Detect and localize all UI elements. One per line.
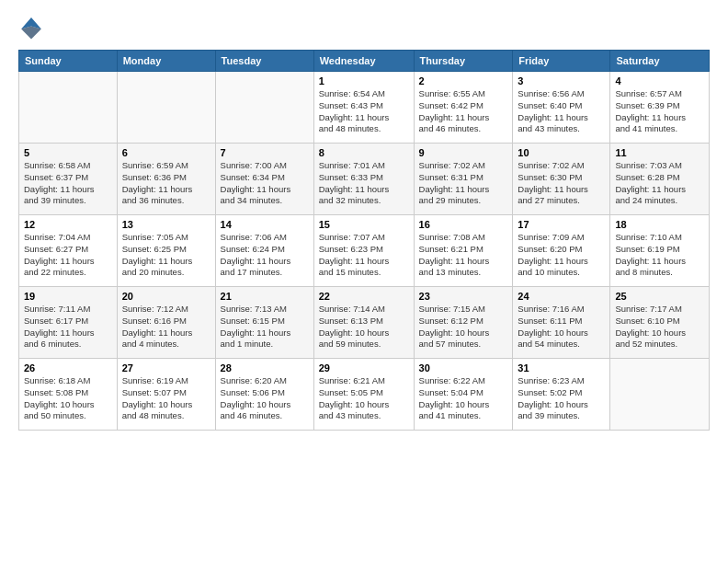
- day-number: 16: [419, 219, 508, 230]
- calendar-cell: 16Sunrise: 7:08 AM Sunset: 6:21 PM Dayli…: [414, 215, 513, 287]
- calendar-cell: 14Sunrise: 7:06 AM Sunset: 6:24 PM Dayli…: [215, 215, 313, 287]
- weekday-header-wednesday: Wednesday: [313, 51, 414, 72]
- day-number: 6: [122, 147, 210, 158]
- day-number: 24: [518, 291, 605, 302]
- calendar-cell: 21Sunrise: 7:13 AM Sunset: 6:15 PM Dayli…: [215, 287, 313, 359]
- day-detail: Sunrise: 7:16 AM Sunset: 6:11 PM Dayligh…: [518, 304, 605, 350]
- calendar-week-3: 12Sunrise: 7:04 AM Sunset: 6:27 PM Dayli…: [19, 215, 710, 287]
- day-number: 3: [518, 75, 605, 86]
- calendar-table: SundayMondayTuesdayWednesdayThursdayFrid…: [18, 50, 710, 431]
- day-number: 27: [122, 362, 210, 373]
- calendar-cell: 5Sunrise: 6:58 AM Sunset: 6:37 PM Daylig…: [19, 144, 118, 215]
- calendar-cell: 11Sunrise: 7:03 AM Sunset: 6:28 PM Dayli…: [610, 144, 710, 215]
- calendar-cell: [19, 72, 118, 144]
- day-detail: Sunrise: 7:08 AM Sunset: 6:21 PM Dayligh…: [419, 232, 508, 279]
- calendar-week-5: 26Sunrise: 6:18 AM Sunset: 5:08 PM Dayli…: [19, 359, 710, 431]
- day-detail: Sunrise: 6:23 AM Sunset: 5:02 PM Dayligh…: [518, 375, 605, 422]
- day-detail: Sunrise: 6:18 AM Sunset: 5:08 PM Dayligh…: [24, 375, 112, 422]
- day-number: 4: [615, 75, 704, 86]
- calendar-cell: 9Sunrise: 7:02 AM Sunset: 6:31 PM Daylig…: [414, 144, 513, 215]
- day-number: 26: [24, 362, 112, 373]
- calendar-cell: 29Sunrise: 6:21 AM Sunset: 5:05 PM Dayli…: [313, 359, 414, 431]
- calendar-cell: 31Sunrise: 6:23 AM Sunset: 5:02 PM Dayli…: [513, 359, 610, 431]
- day-number: 17: [518, 219, 605, 230]
- calendar-cell: 22Sunrise: 7:14 AM Sunset: 6:13 PM Dayli…: [313, 287, 414, 359]
- day-detail: Sunrise: 6:54 AM Sunset: 6:43 PM Dayligh…: [319, 88, 409, 135]
- calendar-cell: 3Sunrise: 6:56 AM Sunset: 6:40 PM Daylig…: [513, 72, 610, 144]
- day-detail: Sunrise: 7:10 AM Sunset: 6:19 PM Dayligh…: [615, 232, 704, 279]
- calendar-week-4: 19Sunrise: 7:11 AM Sunset: 6:17 PM Dayli…: [19, 287, 710, 359]
- logo-icon: [18, 15, 44, 40]
- calendar-cell: 20Sunrise: 7:12 AM Sunset: 6:16 PM Dayli…: [117, 287, 215, 359]
- calendar-cell: 4Sunrise: 6:57 AM Sunset: 6:39 PM Daylig…: [610, 72, 710, 144]
- day-number: 22: [319, 291, 409, 302]
- weekday-header-monday: Monday: [117, 51, 215, 72]
- header: [18, 15, 710, 40]
- day-number: 18: [615, 219, 704, 230]
- day-detail: Sunrise: 7:17 AM Sunset: 6:10 PM Dayligh…: [615, 304, 704, 350]
- calendar-cell: 12Sunrise: 7:04 AM Sunset: 6:27 PM Dayli…: [19, 215, 118, 287]
- day-number: 21: [221, 291, 309, 302]
- calendar-cell: [610, 359, 710, 431]
- calendar-week-2: 5Sunrise: 6:58 AM Sunset: 6:37 PM Daylig…: [19, 144, 710, 215]
- calendar-week-1: 1Sunrise: 6:54 AM Sunset: 6:43 PM Daylig…: [19, 72, 710, 144]
- day-number: 10: [518, 147, 605, 158]
- day-number: 29: [319, 362, 409, 373]
- calendar-cell: 1Sunrise: 6:54 AM Sunset: 6:43 PM Daylig…: [313, 72, 414, 144]
- day-detail: Sunrise: 7:14 AM Sunset: 6:13 PM Dayligh…: [319, 304, 409, 350]
- day-number: 11: [615, 147, 704, 158]
- day-number: 9: [419, 147, 508, 158]
- day-detail: Sunrise: 6:21 AM Sunset: 5:05 PM Dayligh…: [319, 375, 409, 422]
- day-number: 20: [122, 291, 210, 302]
- day-detail: Sunrise: 7:04 AM Sunset: 6:27 PM Dayligh…: [24, 232, 112, 279]
- day-number: 15: [319, 219, 409, 230]
- calendar-cell: 17Sunrise: 7:09 AM Sunset: 6:20 PM Dayli…: [513, 215, 610, 287]
- day-detail: Sunrise: 7:02 AM Sunset: 6:30 PM Dayligh…: [518, 160, 605, 207]
- day-detail: Sunrise: 6:55 AM Sunset: 6:42 PM Dayligh…: [419, 88, 508, 135]
- day-detail: Sunrise: 7:09 AM Sunset: 6:20 PM Dayligh…: [518, 232, 605, 279]
- day-number: 12: [24, 219, 112, 230]
- calendar-cell: 10Sunrise: 7:02 AM Sunset: 6:30 PM Dayli…: [513, 144, 610, 215]
- day-detail: Sunrise: 7:00 AM Sunset: 6:34 PM Dayligh…: [221, 160, 309, 207]
- day-detail: Sunrise: 6:56 AM Sunset: 6:40 PM Dayligh…: [518, 88, 605, 135]
- day-detail: Sunrise: 6:59 AM Sunset: 6:36 PM Dayligh…: [122, 160, 210, 207]
- day-number: 25: [615, 291, 704, 302]
- calendar-cell: 28Sunrise: 6:20 AM Sunset: 5:06 PM Dayli…: [215, 359, 313, 431]
- calendar-cell: 27Sunrise: 6:19 AM Sunset: 5:07 PM Dayli…: [117, 359, 215, 431]
- weekday-header-friday: Friday: [513, 51, 610, 72]
- day-number: 13: [122, 219, 210, 230]
- day-number: 1: [319, 75, 409, 86]
- weekday-header-thursday: Thursday: [414, 51, 513, 72]
- calendar-cell: 18Sunrise: 7:10 AM Sunset: 6:19 PM Dayli…: [610, 215, 710, 287]
- day-detail: Sunrise: 7:02 AM Sunset: 6:31 PM Dayligh…: [419, 160, 508, 207]
- day-detail: Sunrise: 7:03 AM Sunset: 6:28 PM Dayligh…: [615, 160, 704, 207]
- day-number: 14: [221, 219, 309, 230]
- day-detail: Sunrise: 7:11 AM Sunset: 6:17 PM Dayligh…: [24, 304, 112, 350]
- day-detail: Sunrise: 6:22 AM Sunset: 5:04 PM Dayligh…: [419, 375, 508, 422]
- calendar-cell: 26Sunrise: 6:18 AM Sunset: 5:08 PM Dayli…: [19, 359, 118, 431]
- day-detail: Sunrise: 7:15 AM Sunset: 6:12 PM Dayligh…: [419, 304, 508, 350]
- calendar-header-row: SundayMondayTuesdayWednesdayThursdayFrid…: [19, 51, 710, 72]
- calendar-cell: 25Sunrise: 7:17 AM Sunset: 6:10 PM Dayli…: [610, 287, 710, 359]
- day-detail: Sunrise: 6:58 AM Sunset: 6:37 PM Dayligh…: [24, 160, 112, 207]
- day-detail: Sunrise: 7:01 AM Sunset: 6:33 PM Dayligh…: [319, 160, 409, 207]
- weekday-header-tuesday: Tuesday: [215, 51, 313, 72]
- logo: [18, 15, 48, 40]
- day-detail: Sunrise: 7:07 AM Sunset: 6:23 PM Dayligh…: [319, 232, 409, 279]
- day-detail: Sunrise: 7:05 AM Sunset: 6:25 PM Dayligh…: [122, 232, 210, 279]
- day-detail: Sunrise: 6:20 AM Sunset: 5:06 PM Dayligh…: [221, 375, 309, 422]
- day-detail: Sunrise: 7:12 AM Sunset: 6:16 PM Dayligh…: [122, 304, 210, 350]
- day-number: 7: [221, 147, 309, 158]
- day-number: 8: [319, 147, 409, 158]
- calendar-cell: 7Sunrise: 7:00 AM Sunset: 6:34 PM Daylig…: [215, 144, 313, 215]
- page: SundayMondayTuesdayWednesdayThursdayFrid…: [0, 0, 728, 563]
- weekday-header-saturday: Saturday: [610, 51, 710, 72]
- day-number: 19: [24, 291, 112, 302]
- day-number: 2: [419, 75, 508, 86]
- calendar-cell: 13Sunrise: 7:05 AM Sunset: 6:25 PM Dayli…: [117, 215, 215, 287]
- day-number: 23: [419, 291, 508, 302]
- calendar-cell: 6Sunrise: 6:59 AM Sunset: 6:36 PM Daylig…: [117, 144, 215, 215]
- day-detail: Sunrise: 6:57 AM Sunset: 6:39 PM Dayligh…: [615, 88, 704, 135]
- calendar-cell: 24Sunrise: 7:16 AM Sunset: 6:11 PM Dayli…: [513, 287, 610, 359]
- day-detail: Sunrise: 7:13 AM Sunset: 6:15 PM Dayligh…: [221, 304, 309, 350]
